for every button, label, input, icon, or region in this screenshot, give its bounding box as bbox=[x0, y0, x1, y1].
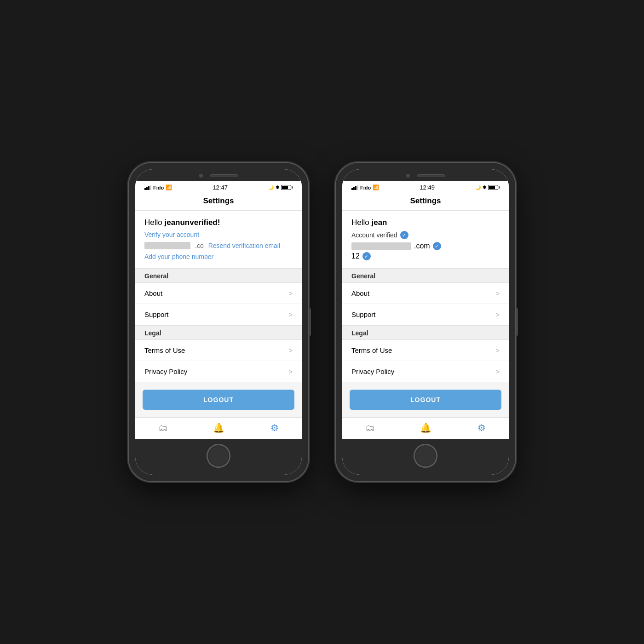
hello-prefix: Hello bbox=[144, 218, 164, 227]
support-item[interactable]: Support > bbox=[342, 304, 509, 325]
support-item[interactable]: Support > bbox=[135, 304, 302, 325]
terms-label: Terms of Use bbox=[144, 346, 185, 354]
phone-2: Fido 📶 12:49 🌙 ✱ Settings bbox=[336, 163, 515, 481]
wifi-icon: 📶 bbox=[166, 184, 172, 190]
gear-icon: ⚙ bbox=[477, 422, 486, 433]
front-camera bbox=[406, 174, 410, 178]
about-item[interactable]: About > bbox=[135, 283, 302, 304]
moon-icon: 🌙 bbox=[268, 185, 274, 190]
home-button[interactable] bbox=[207, 444, 230, 467]
privacy-label: Privacy Policy bbox=[144, 368, 187, 375]
nav-title: Settings bbox=[410, 196, 441, 205]
general-header: General bbox=[135, 268, 302, 283]
email-check-icon: ✓ bbox=[433, 242, 441, 250]
nav-bar: Settings bbox=[135, 193, 302, 211]
tab-bar: 🗂 🔔 ⚙ bbox=[342, 417, 509, 439]
status-bar: Fido 📶 12:49 🌙 ✱ bbox=[342, 181, 509, 193]
verified-text: Account verified ✓ bbox=[351, 231, 500, 239]
verify-account-link[interactable]: Verify your account bbox=[144, 231, 293, 238]
email-redacted bbox=[351, 242, 411, 250]
speaker bbox=[210, 174, 238, 177]
phone-check-icon: ✓ bbox=[362, 252, 371, 260]
time-display: 12:49 bbox=[420, 184, 435, 191]
chevron-icon: > bbox=[496, 290, 500, 297]
tab-notifications[interactable]: 🔔 bbox=[213, 422, 224, 433]
account-section: Hello jean Account verified ✓ .com ✓ 12 … bbox=[342, 211, 509, 268]
phone-bottom bbox=[342, 439, 509, 475]
legal-header: Legal bbox=[342, 325, 509, 340]
verified-check-icon: ✓ bbox=[400, 231, 408, 239]
terms-label: Terms of Use bbox=[351, 346, 392, 354]
home-button[interactable] bbox=[414, 444, 437, 467]
chevron-icon: > bbox=[289, 311, 293, 318]
terms-item[interactable]: Terms of Use > bbox=[135, 340, 302, 361]
status-right: 🌙 ✱ bbox=[268, 185, 293, 190]
email-domain: .co bbox=[195, 242, 204, 249]
add-phone-link[interactable]: Add your phone number bbox=[144, 253, 293, 260]
tab-settings[interactable]: ⚙ bbox=[477, 422, 486, 433]
chevron-icon: > bbox=[496, 368, 500, 375]
tab-files[interactable]: 🗂 bbox=[158, 423, 167, 433]
wifi-icon: 📶 bbox=[373, 184, 379, 190]
status-left: Fido 📶 bbox=[144, 184, 172, 190]
hello-text: Hello jeanunverified! bbox=[144, 218, 293, 227]
general-header: General bbox=[342, 268, 509, 283]
carrier-label: Fido bbox=[153, 185, 164, 190]
moon-icon: 🌙 bbox=[475, 185, 481, 190]
phone-bottom bbox=[135, 439, 302, 475]
verified-email-row: .com ✓ bbox=[351, 242, 500, 250]
privacy-label: Privacy Policy bbox=[351, 368, 394, 375]
verified-label: Account verified bbox=[351, 231, 397, 239]
logout-section: LOGOUT bbox=[135, 382, 302, 417]
chevron-icon: > bbox=[289, 368, 293, 375]
legal-header: Legal bbox=[135, 325, 302, 340]
nav-bar: Settings bbox=[342, 193, 509, 211]
speaker bbox=[417, 174, 445, 177]
logout-button[interactable]: LOGOUT bbox=[143, 390, 294, 410]
tab-bar: 🗂 🔔 ⚙ bbox=[135, 417, 302, 439]
chevron-icon: > bbox=[289, 347, 293, 354]
privacy-item[interactable]: Privacy Policy > bbox=[342, 361, 509, 382]
privacy-item[interactable]: Privacy Policy > bbox=[135, 361, 302, 382]
bluetooth-icon: ✱ bbox=[276, 185, 279, 190]
logout-section: LOGOUT bbox=[342, 382, 509, 417]
tab-settings[interactable]: ⚙ bbox=[270, 422, 279, 433]
chevron-icon: > bbox=[289, 290, 293, 297]
terms-item[interactable]: Terms of Use > bbox=[342, 340, 509, 361]
tab-files[interactable]: 🗂 bbox=[365, 423, 374, 433]
support-label: Support bbox=[144, 310, 169, 318]
resend-verification-link[interactable]: Resend verification email bbox=[208, 242, 280, 249]
signal-icon bbox=[351, 185, 358, 190]
email-domain: .com bbox=[414, 242, 430, 250]
status-left: Fido 📶 bbox=[351, 184, 379, 190]
about-label: About bbox=[351, 289, 369, 297]
tab-notifications[interactable]: 🔔 bbox=[420, 422, 431, 433]
files-icon: 🗂 bbox=[158, 423, 167, 433]
battery-icon bbox=[488, 185, 500, 190]
bell-icon: 🔔 bbox=[420, 422, 431, 433]
bluetooth-icon: ✱ bbox=[483, 185, 486, 190]
about-item[interactable]: About > bbox=[342, 283, 509, 304]
hello-text: Hello jean bbox=[351, 218, 500, 227]
about-label: About bbox=[144, 289, 162, 297]
logout-button[interactable]: LOGOUT bbox=[350, 390, 501, 410]
email-row: .co Resend verification email bbox=[144, 242, 293, 249]
nav-title: Settings bbox=[203, 196, 234, 205]
screen-content: Hello jeanunverified! Verify your accoun… bbox=[135, 211, 302, 417]
phone-1: Fido 📶 12:47 🌙 ✱ Settings bbox=[129, 163, 308, 481]
email-redacted bbox=[144, 242, 190, 249]
files-icon: 🗂 bbox=[365, 423, 374, 433]
bell-icon: 🔔 bbox=[213, 422, 224, 433]
status-bar: Fido 📶 12:47 🌙 ✱ bbox=[135, 181, 302, 193]
username: jean bbox=[371, 218, 387, 227]
username: jeanunverified! bbox=[164, 218, 220, 227]
hello-prefix: Hello bbox=[351, 218, 371, 227]
status-right: 🌙 ✱ bbox=[475, 185, 500, 190]
front-camera bbox=[199, 174, 203, 178]
gear-icon: ⚙ bbox=[270, 422, 279, 433]
support-label: Support bbox=[351, 310, 376, 318]
account-section: Hello jeanunverified! Verify your accoun… bbox=[135, 211, 302, 268]
screen-content: Hello jean Account verified ✓ .com ✓ 12 … bbox=[342, 211, 509, 417]
phone-partial: 12 bbox=[351, 252, 360, 260]
chevron-icon: > bbox=[496, 311, 500, 318]
